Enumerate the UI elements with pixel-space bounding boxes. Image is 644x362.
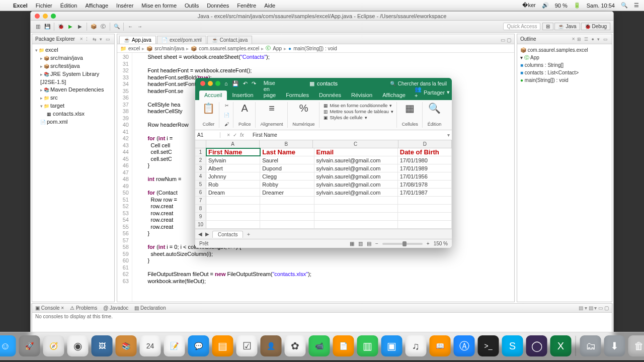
paste-icon[interactable]: 📋 — [202, 103, 215, 113]
editor-min-max-icons[interactable]: ▭ ▢ — [498, 36, 514, 44]
new-package-icon[interactable]: 📦 — [90, 23, 98, 31]
cells-icon[interactable]: ▦ — [405, 103, 415, 113]
view-pagebreak-icon[interactable]: ▤ — [367, 241, 371, 246]
close-icon[interactable]: × — [572, 36, 575, 42]
formula-input[interactable]: First Name — [251, 132, 445, 138]
outline-tree[interactable]: 📦 com.ssaurel.samples.excel ▾ Ⓒ App ■ co… — [517, 44, 612, 86]
name-box[interactable]: A1 — [195, 132, 220, 138]
home-icon[interactable]: ⌂ — [224, 80, 228, 86]
dock-books1-icon[interactable]: 📚 — [116, 335, 137, 356]
menu-donnees[interactable]: Données — [207, 3, 229, 9]
find-icon[interactable]: 🔍 — [428, 103, 441, 113]
new-icon[interactable]: ▥ — [34, 23, 42, 31]
excel-zoom-button[interactable] — [215, 81, 220, 86]
new-class-icon[interactable]: Ⓒ — [99, 23, 107, 31]
ribbon-group-font[interactable]: A Police — [234, 102, 256, 128]
zoom-slider[interactable] — [382, 243, 423, 245]
expand-formula-icon[interactable]: ▾ — [445, 132, 452, 138]
save-icon[interactable]: 💾 — [232, 80, 239, 87]
dock-launchpad-icon[interactable]: 🚀 — [19, 335, 40, 356]
formula-buttons[interactable]: ×✓fx — [220, 132, 251, 138]
menubar-app-name[interactable]: Excel — [13, 3, 28, 9]
ribbon-tab-insertion[interactable]: Insertion — [227, 90, 258, 100]
control-center-icon[interactable]: ☰ — [634, 2, 639, 9]
ribbon-group-cells[interactable]: ▦ Cellules — [398, 102, 423, 128]
excel-minimize-button[interactable] — [208, 81, 213, 86]
dock-facetime-icon[interactable]: 📹 — [309, 335, 330, 356]
ribbon-tab-affichage[interactable]: Affichage — [377, 90, 411, 100]
console-toolbar-icons[interactable]: ▤ ▾ ▤ ▾ ▭ ▢ — [579, 305, 609, 311]
dock-trash-icon[interactable]: 🗑 — [628, 335, 645, 356]
problems-tab[interactable]: ⚠ Problems — [70, 305, 97, 311]
ribbon-tab-formules[interactable]: Formules — [281, 90, 314, 100]
ribbon-group-number[interactable]: % Numérique — [289, 102, 319, 128]
dock-eclipse-icon[interactable]: ◯ — [526, 335, 547, 356]
wifi-icon[interactable]: �ker — [522, 2, 535, 9]
cell-styles-icon[interactable]: ▣ — [324, 115, 328, 120]
ribbon-group-align[interactable]: ≡ Alignement — [257, 102, 288, 128]
conditional-format-icon[interactable]: ▦ — [324, 103, 328, 108]
clock-text[interactable]: Sam. 10:54 — [587, 3, 615, 9]
ribbon-tab-mise-en-page[interactable]: Mise en page — [259, 78, 281, 100]
debug-icon[interactable]: 🐞 — [57, 23, 65, 31]
perspective-java[interactable]: ☕ Java — [554, 23, 580, 30]
dock-skype-icon[interactable]: S — [502, 335, 523, 356]
editor-tab-contact-java[interactable]: ☕Contact.java — [207, 36, 253, 44]
open-perspective-button[interactable]: ⊞ — [542, 23, 553, 30]
font-icon[interactable]: A — [242, 103, 248, 113]
ribbon-group-styles[interactable]: ▦ Mise en forme conditionnelle ▾ ▥ Mettr… — [320, 102, 397, 128]
redo-icon[interactable]: ↷ — [252, 80, 256, 87]
dock-keynote-icon[interactable]: ▣ — [381, 335, 403, 356]
sheet-nav-next-icon[interactable]: ▶ — [205, 231, 209, 237]
zoom-in-button[interactable]: + — [427, 241, 430, 246]
close-window-button[interactable] — [35, 14, 40, 19]
select-all-corner[interactable] — [195, 140, 206, 148]
dock-excel-app-icon[interactable]: X — [550, 335, 572, 356]
dock-calendar-icon[interactable]: 24 — [140, 335, 161, 356]
zoom-level[interactable]: 150 % — [434, 241, 448, 246]
ribbon-group-edition[interactable]: 🔍 Édition — [424, 102, 446, 128]
table-format-icon[interactable]: ▥ — [324, 109, 328, 114]
spreadsheet-grid[interactable]: A B C D 1 First Name Last Name Email Dat… — [195, 140, 452, 229]
dock-preview-icon[interactable]: 🖼 — [92, 335, 113, 356]
dock-folder-icon[interactable]: 🗂 — [580, 335, 601, 356]
editor-tab-pom[interactable]: 📄excel/pom.xml — [157, 36, 206, 44]
ribbon-tab-donnees[interactable]: Données — [314, 90, 346, 100]
percent-icon[interactable]: % — [299, 103, 308, 113]
col-header-a[interactable]: A — [206, 140, 260, 148]
dock-numbers-icon[interactable]: ▥ — [357, 335, 378, 356]
spotlight-icon[interactable]: 🔍 — [621, 2, 628, 9]
undo-icon[interactable]: ↶ — [243, 80, 248, 87]
menu-inserer[interactable]: Insérer — [116, 3, 133, 9]
battery-icon[interactable]: 🔋 — [574, 2, 581, 9]
perspective-debug[interactable]: 🐞 Debug — [581, 23, 610, 30]
menu-edition[interactable]: Édition — [60, 3, 77, 9]
align-icon[interactable]: ≡ — [269, 103, 275, 113]
menu-aide[interactable]: Aide — [264, 3, 275, 9]
search-icon[interactable]: 🔍 — [113, 23, 121, 31]
col-header-c[interactable]: C — [313, 140, 398, 148]
sheet-tab-contacts[interactable]: Contacts — [212, 231, 243, 238]
forward-icon[interactable]: → — [136, 23, 144, 31]
declaration-tab[interactable]: ▤ Declaration — [134, 305, 166, 311]
volume-icon[interactable]: 🔊 — [542, 2, 549, 9]
menu-mise-en-forme[interactable]: Mise en forme — [141, 3, 177, 9]
sheet-nav-prev-icon[interactable]: ◀ — [198, 231, 202, 237]
breadcrumb-bar[interactable]: 📁excel▸ 📦src/main/java▸ 📦com.ssaurel.sam… — [117, 44, 514, 53]
format-painter-icon[interactable]: 🖌 — [224, 122, 229, 127]
dock-orange-icon[interactable]: ▤ — [212, 335, 233, 356]
dock-itunes-icon[interactable]: ♫ — [406, 335, 427, 356]
ribbon-group-clipboard[interactable]: 📋 Coller — [198, 102, 219, 128]
ribbon-tab-accueil[interactable]: Accueil — [199, 90, 227, 100]
dock-pages-icon[interactable]: 📄 — [333, 335, 354, 356]
javadoc-tab[interactable]: @ Javadoc — [103, 305, 128, 311]
zoom-out-button[interactable]: − — [375, 241, 378, 246]
outline-tab[interactable]: Outline — [520, 36, 536, 42]
menu-outils[interactable]: Outils — [185, 3, 199, 9]
dock-reminders-icon[interactable]: ☑ — [236, 335, 258, 356]
dock-terminal-icon[interactable]: >_ — [478, 335, 499, 356]
add-sheet-button[interactable]: ＋ — [246, 231, 251, 238]
cut-icon[interactable]: ✂ — [225, 103, 229, 108]
package-explorer-tree[interactable]: ▾📁excel ▸📦src/main/java ▸📦src/test/java … — [32, 44, 114, 128]
dock-finder-icon[interactable]: ☺ — [0, 335, 16, 356]
